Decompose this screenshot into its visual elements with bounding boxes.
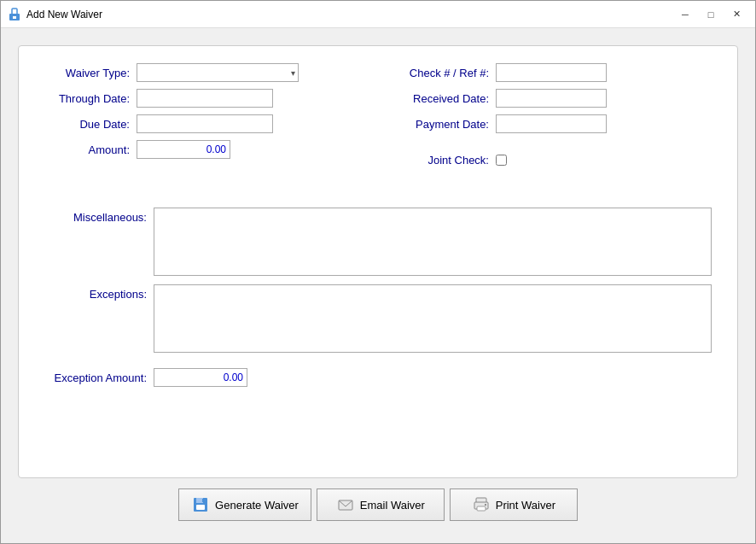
window-controls: ─ □ ✕ — [673, 6, 748, 23]
email-waiver-button[interactable]: Email Waiver — [317, 488, 445, 521]
through-date-input[interactable] — [137, 89, 273, 108]
window-content: Waiver Type: ▾ Through Date: — [1, 28, 755, 543]
exceptions-label: Exceptions: — [44, 284, 147, 301]
check-ref-label: Check # / Ref #: — [395, 67, 489, 79]
svg-rect-10 — [477, 506, 486, 511]
miscellaneous-textarea[interactable] — [154, 208, 712, 276]
amount-label: Amount: — [44, 143, 130, 156]
email-waiver-label: Email Waiver — [360, 499, 425, 512]
floppy-disk-icon — [191, 495, 210, 514]
window-icon — [8, 8, 21, 21]
print-waiver-label: Print Waiver — [496, 499, 555, 512]
payment-date-label: Payment Date: — [395, 118, 489, 131]
printer-icon — [472, 495, 491, 514]
main-window: Add New Waiver ─ □ ✕ Waiver Type: — [0, 0, 756, 544]
top-fields-row: Waiver Type: ▾ Through Date: — [44, 63, 712, 167]
textarea-section: Miscellaneous: Exceptions: Exception Amo… — [44, 208, 712, 387]
received-date-label: Received Date: — [395, 92, 489, 105]
due-date-row: Due Date: — [44, 114, 361, 133]
payment-date-row: Payment Date: — [395, 114, 712, 133]
window-title: Add New Waiver — [26, 9, 673, 20]
svg-rect-6 — [202, 499, 204, 502]
svg-rect-4 — [196, 498, 203, 503]
form-panel: Waiver Type: ▾ Through Date: — [18, 45, 738, 478]
waiver-type-select[interactable] — [137, 63, 299, 82]
exception-amount-input[interactable] — [154, 368, 247, 387]
joint-check-label: Joint Check: — [395, 154, 489, 167]
received-date-input[interactable] — [496, 89, 607, 108]
through-date-label: Through Date: — [44, 92, 130, 105]
miscellaneous-row: Miscellaneous: — [44, 208, 712, 276]
received-date-row: Received Date: — [395, 89, 712, 108]
due-date-input[interactable] — [137, 114, 273, 133]
svg-rect-2 — [13, 16, 16, 19]
exceptions-row: Exceptions: — [44, 284, 712, 353]
joint-check-checkbox[interactable] — [496, 155, 507, 166]
waiver-type-label: Waiver Type: — [44, 67, 130, 79]
exception-amount-label: Exception Amount: — [44, 371, 147, 384]
waiver-type-select-wrapper: ▾ — [137, 63, 299, 82]
title-bar: Add New Waiver ─ □ ✕ — [1, 1, 755, 28]
amount-row: Amount: — [44, 140, 361, 159]
close-button[interactable]: ✕ — [724, 6, 748, 23]
exception-amount-row: Exception Amount: — [44, 368, 712, 387]
button-bar: Generate Waiver Email Waiver — [18, 478, 738, 526]
minimize-button[interactable]: ─ — [673, 6, 697, 23]
email-icon — [336, 495, 355, 514]
due-date-label: Due Date: — [44, 118, 130, 131]
print-waiver-button[interactable]: Print Waiver — [450, 488, 578, 521]
generate-waiver-button[interactable]: Generate Waiver — [178, 488, 311, 521]
check-ref-row: Check # / Ref #: — [395, 63, 712, 82]
exceptions-textarea[interactable] — [154, 284, 712, 353]
svg-rect-5 — [196, 505, 205, 510]
right-fields: Check # / Ref #: Received Date: Payment … — [395, 63, 712, 167]
maximize-button[interactable]: □ — [699, 6, 723, 23]
left-fields: Waiver Type: ▾ Through Date: — [44, 63, 361, 167]
through-date-row: Through Date: — [44, 89, 361, 108]
amount-input[interactable] — [137, 140, 230, 159]
joint-check-row: Joint Check: — [395, 154, 712, 167]
payment-date-input[interactable] — [496, 114, 607, 133]
svg-rect-11 — [485, 504, 486, 506]
waiver-type-row: Waiver Type: ▾ — [44, 63, 361, 82]
check-ref-input[interactable] — [496, 63, 607, 82]
miscellaneous-label: Miscellaneous: — [44, 208, 147, 224]
generate-waiver-label: Generate Waiver — [215, 499, 299, 512]
